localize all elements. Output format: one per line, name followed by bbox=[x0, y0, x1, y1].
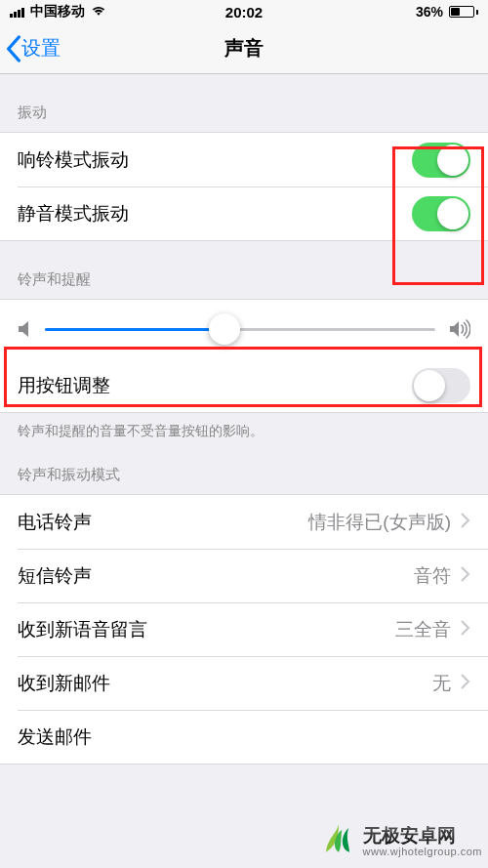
section-header-ringer: 铃声和提醒 bbox=[0, 241, 488, 299]
row-change-with-buttons[interactable]: 用按钮调整 bbox=[0, 358, 488, 412]
chevron-right-icon bbox=[461, 513, 470, 532]
page-title: 声音 bbox=[224, 35, 264, 62]
group-vibration: 响铃模式振动 静音模式振动 bbox=[0, 132, 488, 241]
row-label: 短信铃声 bbox=[18, 563, 92, 589]
row-ring-vibrate[interactable]: 响铃模式振动 bbox=[0, 133, 488, 186]
row-label: 响铃模式振动 bbox=[18, 147, 129, 173]
row-ringtone[interactable]: 电话铃声 情非得已(女声版) bbox=[0, 495, 488, 549]
row-value: 情非得已(女声版) bbox=[308, 510, 457, 535]
signal-icon bbox=[10, 6, 24, 18]
row-label: 静音模式振动 bbox=[18, 201, 129, 227]
status-time: 20:02 bbox=[225, 4, 263, 21]
back-label: 设置 bbox=[21, 35, 61, 62]
row-label: 收到新语音留言 bbox=[18, 617, 147, 642]
group-patterns: 电话铃声 情非得已(女声版) 短信铃声 音符 收到新语音留言 三全音 收到新邮件… bbox=[0, 494, 488, 765]
nav-bar: 设置 声音 bbox=[0, 23, 488, 74]
section-header-vibration: 振动 bbox=[0, 74, 488, 132]
watermark: 无极安卓网 www.wjhotelgroup.com bbox=[322, 823, 483, 860]
watermark-url: www.wjhotelgroup.com bbox=[363, 846, 483, 857]
section-footer-ringer: 铃声和提醒的音量不受音量按钮的影响。 bbox=[0, 413, 488, 446]
row-sendmail[interactable]: 发送邮件 bbox=[0, 710, 488, 764]
row-volume-slider bbox=[0, 300, 488, 358]
row-voicemail[interactable]: 收到新语音留言 三全音 bbox=[0, 602, 488, 656]
volume-slider[interactable] bbox=[45, 328, 435, 331]
row-label: 收到新邮件 bbox=[18, 671, 110, 696]
row-value: 音符 bbox=[414, 563, 457, 589]
watermark-title: 无极安卓网 bbox=[363, 826, 483, 847]
row-label: 发送邮件 bbox=[18, 724, 92, 750]
row-newmail[interactable]: 收到新邮件 无 bbox=[0, 656, 488, 710]
group-ringer: 用按钮调整 bbox=[0, 299, 488, 413]
volume-high-icon bbox=[449, 319, 470, 339]
status-right: 36% bbox=[416, 4, 478, 20]
row-value: 无 bbox=[432, 671, 457, 696]
chevron-right-icon bbox=[461, 566, 470, 586]
toggle-change-with-buttons[interactable] bbox=[412, 368, 470, 403]
back-button[interactable]: 设置 bbox=[6, 35, 61, 62]
volume-low-icon bbox=[18, 320, 31, 338]
section-header-patterns: 铃声和振动模式 bbox=[0, 446, 488, 494]
toggle-silent-vibrate[interactable] bbox=[412, 196, 470, 231]
battery-pct: 36% bbox=[416, 4, 443, 20]
row-value: 三全音 bbox=[395, 617, 457, 642]
toggle-ring-vibrate[interactable] bbox=[412, 143, 470, 178]
screen: { "status_bar": { "carrier": "中国移动", "ti… bbox=[0, 0, 488, 868]
watermark-logo-icon bbox=[322, 823, 355, 860]
slider-knob[interactable] bbox=[209, 313, 240, 345]
row-texttone[interactable]: 短信铃声 音符 bbox=[0, 549, 488, 602]
status-left: 中国移动 bbox=[10, 3, 106, 21]
wifi-icon bbox=[91, 4, 106, 20]
status-bar: 中国移动 20:02 36% bbox=[0, 0, 488, 23]
row-label: 电话铃声 bbox=[18, 510, 92, 535]
battery-icon bbox=[449, 6, 478, 18]
chevron-right-icon bbox=[461, 620, 470, 640]
row-label: 用按钮调整 bbox=[18, 373, 110, 398]
carrier-label: 中国移动 bbox=[30, 3, 85, 21]
chevron-right-icon bbox=[461, 674, 470, 693]
row-silent-vibrate[interactable]: 静音模式振动 bbox=[0, 186, 488, 240]
